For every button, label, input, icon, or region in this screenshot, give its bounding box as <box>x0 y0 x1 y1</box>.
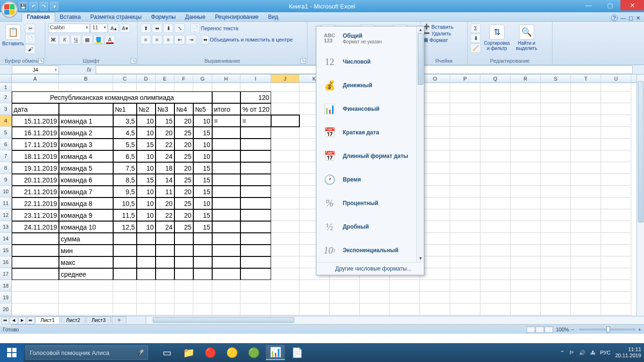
n1-cell[interactable]: 7,5 <box>113 162 137 174</box>
cell[interactable] <box>113 83 137 91</box>
cell[interactable] <box>420 186 450 197</box>
cell[interactable] <box>480 292 511 304</box>
cell[interactable] <box>571 103 601 115</box>
n2-cell[interactable]: 15 <box>137 174 156 186</box>
cell[interactable] <box>240 292 271 304</box>
col-header-P[interactable]: P <box>450 74 480 82</box>
cell[interactable] <box>541 304 571 315</box>
n4-cell[interactable]: 20 <box>174 209 193 221</box>
itogo-cell[interactable]: = <box>212 115 240 127</box>
n1-cell[interactable]: 5,5 <box>113 139 137 150</box>
n2-cell[interactable]: 15 <box>137 139 156 150</box>
cell[interactable] <box>601 221 631 233</box>
cell[interactable] <box>511 83 541 91</box>
cell[interactable] <box>12 245 59 256</box>
cell[interactable] <box>601 186 631 197</box>
cut-icon[interactable]: ✂ <box>25 24 35 33</box>
cell[interactable] <box>601 150 631 162</box>
cell[interactable] <box>480 268 511 280</box>
cell[interactable] <box>174 83 193 91</box>
cell[interactable] <box>450 103 480 115</box>
sheet-tab-1[interactable]: Лист1 <box>35 316 60 323</box>
cell[interactable] <box>450 280 480 292</box>
n5-cell[interactable]: 15 <box>193 127 212 139</box>
cell[interactable] <box>420 139 450 150</box>
cell[interactable] <box>511 304 541 315</box>
taskbar-search[interactable]: Голосовой помощник Алиса 🎤̸ <box>25 346 148 360</box>
n4-cell[interactable]: 25 <box>174 197 193 209</box>
team-cell[interactable]: команда 10 <box>59 221 113 233</box>
header-cell[interactable]: итого <box>212 103 240 115</box>
cell[interactable] <box>390 304 420 315</box>
header-cell[interactable]: №1 <box>113 103 137 115</box>
col-header-G[interactable]: G <box>193 74 212 82</box>
date-cell[interactable]: 20.11.2019 <box>12 174 59 186</box>
cell[interactable] <box>450 174 480 186</box>
row-header-8[interactable]: 8 <box>0 162 12 174</box>
cell[interactable] <box>511 186 541 197</box>
cell[interactable] <box>480 186 511 197</box>
n3-cell[interactable]: 24 <box>156 150 174 162</box>
n1-cell[interactable]: 9,5 <box>113 186 137 197</box>
maximize-button[interactable]: ▢ <box>599 0 620 10</box>
cell[interactable] <box>193 256 212 268</box>
n3-cell[interactable]: 11 <box>156 186 174 197</box>
cell[interactable] <box>450 256 480 268</box>
cell[interactable] <box>511 115 541 127</box>
tray-network-icon[interactable]: 🖧 <box>590 350 595 355</box>
cell[interactable] <box>390 292 420 304</box>
n3-cell[interactable]: 20 <box>156 127 174 139</box>
n2-cell[interactable]: 10 <box>137 186 156 197</box>
cell[interactable] <box>601 139 631 150</box>
cell[interactable] <box>420 127 450 139</box>
cell[interactable] <box>137 304 156 315</box>
cell[interactable] <box>541 233 571 245</box>
cell[interactable] <box>193 83 212 91</box>
n5-cell[interactable]: 10 <box>193 139 212 150</box>
cell[interactable] <box>12 83 59 91</box>
itogo-cell[interactable] <box>212 197 240 209</box>
cell[interactable] <box>601 83 631 91</box>
tray-lang[interactable]: РУС <box>600 350 611 355</box>
n5-cell[interactable]: 10 <box>193 115 212 127</box>
n1-cell[interactable]: 8,5 <box>113 174 137 186</box>
cell[interactable] <box>511 268 541 280</box>
format-general[interactable]: ABC123 Общий Формат не указан <box>316 26 424 50</box>
n3-cell[interactable]: 24 <box>156 221 174 233</box>
cell[interactable] <box>174 268 193 280</box>
n3-cell[interactable]: 18 <box>156 162 174 174</box>
cell[interactable] <box>601 268 631 280</box>
format-number[interactable]: 12 Числовой <box>316 50 424 74</box>
cell[interactable] <box>601 304 631 315</box>
explorer-icon[interactable]: 📁 <box>179 345 198 360</box>
cell[interactable] <box>299 280 330 292</box>
row-header-20[interactable]: 20 <box>0 304 12 315</box>
delete-cells-label[interactable]: Удалить <box>431 31 451 36</box>
cell[interactable] <box>480 197 511 209</box>
cell[interactable] <box>156 245 174 256</box>
cell[interactable] <box>137 268 156 280</box>
cell[interactable] <box>511 209 541 221</box>
cell[interactable] <box>541 127 571 139</box>
cell[interactable] <box>511 245 541 256</box>
cell[interactable] <box>450 91 480 103</box>
title-cell[interactable]: Республиканская командная олимпиада <box>12 91 212 103</box>
n4-cell[interactable]: 25 <box>174 127 193 139</box>
tab-nav-first[interactable]: ⏮ <box>1 317 9 324</box>
copy-icon[interactable]: 📄 <box>25 34 35 43</box>
cell[interactable] <box>571 91 601 103</box>
tray-volume-icon[interactable]: 🔊 <box>579 350 586 356</box>
new-sheet-tab[interactable]: ✧ <box>112 316 126 324</box>
cell[interactable] <box>541 256 571 268</box>
sort-filter-button[interactable]: ⇅ Сортировка и фильтр <box>482 24 512 56</box>
cell[interactable] <box>212 256 240 268</box>
sheet-tab-3[interactable]: Лист3 <box>86 316 111 323</box>
cell[interactable] <box>113 292 137 304</box>
col-header-O[interactable]: O <box>420 74 450 82</box>
cell[interactable] <box>601 115 631 127</box>
cell[interactable] <box>511 256 541 268</box>
cell[interactable] <box>571 209 601 221</box>
bold-icon[interactable]: Ж <box>48 35 58 44</box>
cell[interactable] <box>541 280 571 292</box>
dropdown-scrollbar[interactable]: ▲ ▼ <box>416 26 424 262</box>
